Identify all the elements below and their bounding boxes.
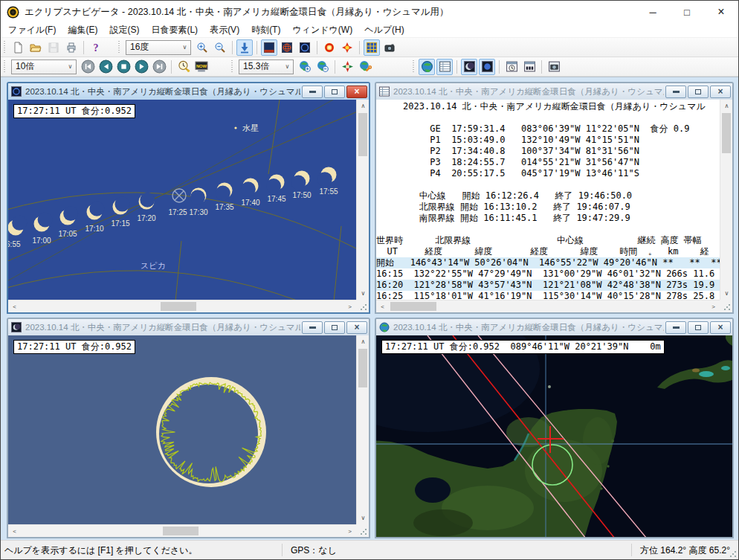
menu-item[interactable]: ウィンドウ(W) [286, 22, 358, 38]
grid-display-button[interactable] [364, 39, 380, 56]
menu-item[interactable]: 表示(V) [204, 22, 245, 38]
zoom-in-button[interactable] [194, 39, 210, 56]
diamond-ring-button[interactable] [339, 39, 355, 56]
map-zoom-in-button[interactable] [297, 59, 313, 75]
toggle-clock-window-button[interactable] [503, 59, 520, 75]
scroll-up-icon[interactable]: ∧ [357, 100, 369, 112]
scroll-thumb[interactable] [390, 302, 436, 311]
toolbar-grip[interactable] [230, 60, 234, 74]
scroll-down-icon[interactable]: ∨ [357, 512, 369, 524]
resize-grip[interactable] [356, 300, 369, 312]
ring-vertical-scrollbar[interactable]: ∧ ∨ [356, 335, 369, 524]
ring-minimize-button[interactable] [302, 321, 323, 334]
close-button[interactable]: × [704, 1, 738, 23]
menu-item[interactable]: ヘルプ(H) [358, 22, 410, 38]
map-window-titlebar[interactable]: 2023.10.14 北・中央・南アメリカ縦断金環日食（月縁あり・ウシュマル用.… [376, 319, 732, 335]
scroll-right-icon[interactable]: > [707, 300, 720, 312]
resize-grip[interactable] [720, 300, 732, 312]
menu-item[interactable]: 編集(E) [62, 22, 103, 38]
celestial-sphere-button[interactable] [279, 39, 295, 56]
map-zoom-out-button[interactable] [314, 59, 331, 75]
toolbar-grip[interactable] [2, 60, 7, 74]
save-button[interactable] [45, 39, 62, 56]
menu-item[interactable]: 時刻(T) [245, 22, 286, 38]
scroll-thumb[interactable] [163, 527, 199, 535]
ring-view-canvas[interactable] [8, 335, 356, 526]
resize-grip[interactable] [356, 524, 369, 537]
scroll-down-icon[interactable]: ∨ [720, 287, 732, 300]
report-horizontal-scrollbar[interactable]: < > [376, 300, 720, 312]
menu-item[interactable]: ファイル(F) [2, 22, 62, 38]
report-vertical-scrollbar[interactable]: ∧ ∨ [720, 100, 732, 300]
fov-select[interactable]: 16度∨ [126, 40, 191, 55]
report-window-titlebar[interactable]: 2023.10.14 北・中央・南アメリカ縦断金環日食（月縁あり・ウシュマル用.… [376, 83, 732, 100]
play-reverse-button[interactable] [97, 59, 114, 75]
down-direction-button[interactable] [236, 39, 253, 56]
toggle-digital-clock-window-button[interactable] [521, 59, 538, 75]
maximize-button[interactable]: □ [670, 1, 704, 23]
scroll-right-icon[interactable]: > [343, 300, 356, 312]
annular-ring-button[interactable] [321, 39, 338, 56]
report-close-button[interactable]: × [710, 86, 731, 98]
sky-restore-button[interactable] [324, 86, 345, 98]
map-canvas[interactable] [376, 335, 732, 537]
ring-close-button[interactable]: × [346, 321, 367, 334]
help-button[interactable]: ? [88, 39, 104, 56]
open-file-button[interactable] [28, 39, 44, 56]
map-settings-button[interactable] [357, 59, 373, 75]
menu-item[interactable]: 日食要素(L) [145, 22, 204, 38]
center-target-button[interactable] [339, 59, 355, 75]
step-back-button[interactable] [80, 59, 96, 75]
sky-close-button[interactable]: × [346, 86, 367, 98]
sky-horizontal-scrollbar[interactable]: < > [8, 300, 356, 312]
toggle-data-window-button[interactable] [436, 59, 453, 75]
capture-button[interactable] [381, 39, 398, 56]
speed-select[interactable]: 10倍∨ [11, 59, 77, 74]
sky-window-titlebar[interactable]: 2023.10.14 北・中央・南アメリカ縦断金環日食（月縁あり・ウシュマル用.… [8, 83, 369, 100]
report-text[interactable]: 2023.10.14 北・中央・南アメリカ縦断金環日食（月縁あり・ウシュマル G… [376, 100, 720, 301]
toolbar-grip[interactable] [117, 41, 121, 54]
report-minimize-button[interactable] [665, 86, 686, 98]
scroll-right-icon[interactable]: > [343, 525, 356, 537]
print-button[interactable] [63, 39, 80, 56]
toolbar-grip[interactable] [2, 41, 7, 54]
scroll-down-icon[interactable]: ∨ [357, 287, 369, 300]
scroll-thumb[interactable] [358, 349, 367, 387]
stop-button[interactable] [115, 59, 132, 75]
ring-window-titlebar[interactable]: 2023.10.14 北・中央・南アメリカ縦断金環日食（月縁あり・ウシュマル用.… [8, 319, 369, 335]
toggle-camera-window-button[interactable] [546, 59, 562, 75]
zoom-out-button[interactable] [212, 39, 228, 56]
map-close-button[interactable]: × [710, 321, 731, 334]
title-bar[interactable]: エクリプスナビゲータ - 2023.10.14 北・中央・南アメリカ縦断金環日食… [1, 1, 738, 23]
scroll-thumb[interactable] [722, 113, 731, 153]
scroll-left-icon[interactable]: < [8, 525, 21, 537]
window-resize-grip[interactable] [729, 550, 737, 558]
play-button[interactable] [133, 59, 149, 75]
sky-minimize-button[interactable] [302, 86, 323, 98]
new-file-button[interactable] [10, 39, 26, 56]
report-restore-button[interactable] [688, 86, 709, 98]
scroll-left-icon[interactable]: < [376, 300, 389, 312]
horizon-view-button[interactable] [261, 39, 277, 56]
toggle-map-window-button[interactable] [419, 59, 435, 75]
map-minimize-button[interactable] [665, 321, 686, 334]
toolbar-grip[interactable] [411, 60, 416, 74]
toggle-ring-window-button[interactable] [479, 59, 495, 75]
map-restore-button[interactable] [688, 321, 709, 334]
scroll-thumb[interactable] [358, 113, 367, 156]
now-button[interactable]: NOW [193, 59, 210, 75]
sky-view-canvas[interactable]: 16:5517:0017:0517:1017:1517:2017:3017:35… [8, 100, 356, 301]
step-forward-button[interactable] [151, 59, 167, 75]
ring-horizontal-scrollbar[interactable]: < > [8, 524, 356, 537]
sun-closeup-button[interactable] [297, 39, 313, 56]
menu-item[interactable]: 設定(S) [103, 22, 145, 38]
minimize-button[interactable]: ─ [636, 1, 670, 23]
scroll-left-icon[interactable]: < [8, 300, 21, 312]
toggle-eclipse-window-button[interactable] [461, 59, 477, 75]
sky-vertical-scrollbar[interactable]: ∧ ∨ [356, 100, 369, 300]
ring-restore-button[interactable] [324, 321, 345, 334]
scroll-thumb[interactable] [161, 302, 196, 311]
map-zoom-select[interactable]: 15.3倍∨ [239, 59, 294, 74]
scroll-up-icon[interactable]: ∧ [720, 100, 732, 112]
set-time-button[interactable] [175, 59, 192, 75]
